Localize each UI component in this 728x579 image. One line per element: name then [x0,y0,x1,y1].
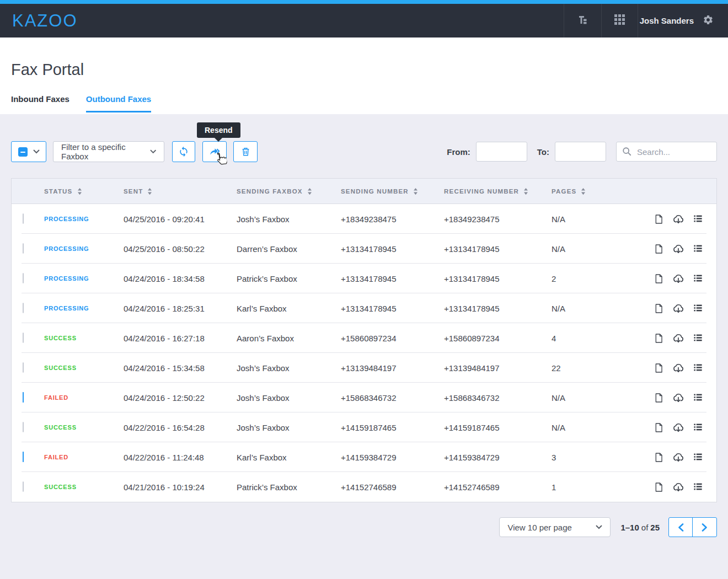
details-icon[interactable] [693,243,703,255]
details-icon[interactable] [693,392,703,404]
pages-value: 2 [550,274,599,283]
file-icon[interactable] [654,452,664,463]
column-header[interactable]: SENDING FAXBOX [235,187,339,195]
tab-bar: Inbound Faxes Outbound Faxes [11,94,717,112]
faxbox-value: Patrick’s Faxbox [235,274,339,283]
from-date-input[interactable] [476,142,527,162]
to-label: To: [537,147,549,157]
select-all-checkbox[interactable] [18,147,28,157]
sending-number-value: +13134178945 [339,274,442,283]
details-icon[interactable] [693,273,703,285]
faxes-table: STATUS SENT SENDING FAXBOX SENDING NUMBE… [11,178,717,502]
details-icon[interactable] [693,422,703,433]
pages-value: 4 [550,334,599,343]
apps-grid-icon [614,14,625,28]
to-date-input[interactable] [555,142,606,162]
row-checkbox[interactable] [23,392,24,403]
file-icon[interactable] [654,392,664,404]
sent-value: 04/24/2016 - 16:27:18 [122,334,235,343]
row-checkbox[interactable] [23,243,24,254]
sent-value: 04/24/2016 - 18:34:58 [122,274,235,283]
details-icon[interactable] [693,362,703,374]
row-checkbox[interactable] [23,333,24,343]
column-header[interactable]: SENT [122,187,235,195]
download-icon[interactable] [672,422,684,433]
column-header[interactable]: RECEIVING NUMBER [442,187,550,195]
receiving-number-value: +14159187465 [442,423,550,432]
kazoo-logo[interactable]: KAZOO [12,11,78,31]
file-icon[interactable] [654,273,664,285]
file-icon[interactable] [654,333,664,344]
account-hierarchy-button[interactable] [564,4,601,37]
details-icon[interactable] [693,303,703,314]
row-actions [599,422,716,433]
select-all-button[interactable] [11,141,46,162]
previous-page-button[interactable] [669,518,693,537]
download-icon[interactable] [672,362,684,374]
row-checkbox[interactable] [23,481,24,492]
download-icon[interactable] [672,481,684,493]
faxbox-value: Darren’s Faxbox [235,244,339,254]
details-icon[interactable] [693,333,703,344]
row-checkbox[interactable] [23,213,24,224]
faxbox-value: Karl’s Faxbox [235,304,339,313]
mouse-cursor-pointer [211,151,228,169]
row-checkbox[interactable] [23,273,24,283]
sent-value: 04/24/2016 - 18:25:31 [122,304,235,313]
row-checkbox[interactable] [23,303,24,313]
tab-inbound-faxes[interactable]: Inbound Faxes [11,94,69,112]
receiving-number-value: +15860897234 [442,334,550,343]
user-menu[interactable]: Josh Sanders [638,4,728,37]
faxbox-value: Josh’s Faxbox [235,393,339,403]
next-page-button[interactable] [693,518,716,537]
download-icon[interactable] [672,392,684,404]
per-page-label: View 10 per page [507,523,571,532]
table-row: PROCESSING 04/25/2016 - 09:20:41 Josh’s … [12,204,716,234]
file-icon[interactable] [654,303,664,314]
per-page-select[interactable]: View 10 per page [499,517,611,537]
resend-tooltip: Resend [197,122,240,138]
gear-icon[interactable] [703,14,714,28]
column-header[interactable]: PAGES [550,187,599,195]
file-icon[interactable] [654,243,664,255]
from-label: From: [447,147,470,157]
row-checkbox[interactable] [23,362,24,373]
brand[interactable]: KAZOO [0,4,564,37]
file-icon[interactable] [654,481,664,493]
file-icon[interactable] [654,422,664,433]
table-row: SUCCESS 04/22/2016 - 16:54:28 Josh’s Fax… [12,412,716,442]
faxbox-filter-select[interactable]: Filter to a specific Faxbox [53,141,164,162]
file-icon[interactable] [654,213,664,225]
download-icon[interactable] [672,243,684,255]
sort-icon [523,187,528,195]
apps-launcher-button[interactable] [601,4,638,37]
search-input[interactable] [637,147,709,157]
table-row: PROCESSING 04/25/2016 - 08:50:22 Darren’… [12,234,716,264]
column-header[interactable]: SENDING NUMBER [339,187,442,195]
download-icon[interactable] [672,213,684,225]
download-icon[interactable] [672,333,684,344]
table-body: PROCESSING 04/25/2016 - 09:20:41 Josh’s … [12,204,716,502]
file-icon[interactable] [654,362,664,374]
tab-outbound-faxes[interactable]: Outbound Faxes [86,94,151,112]
pages-value: N/A [550,423,599,432]
pages-value: N/A [550,393,599,403]
details-icon[interactable] [693,213,703,225]
details-icon[interactable] [693,452,703,463]
refresh-button[interactable] [172,141,195,162]
pages-value: 1 [550,482,599,492]
row-checkbox[interactable] [23,422,24,432]
sending-number-value: +18349238475 [339,215,442,224]
sort-icon [581,187,586,195]
download-icon[interactable] [672,303,684,314]
faxbox-value: Josh’s Faxbox [235,423,339,432]
download-icon[interactable] [672,452,684,463]
download-icon[interactable] [672,273,684,285]
details-icon[interactable] [693,481,703,493]
status-value: PROCESSING [42,245,122,252]
delete-button[interactable] [233,141,258,162]
search-box[interactable] [616,142,717,162]
column-header[interactable]: STATUS [42,187,122,195]
row-checkbox[interactable] [23,452,24,462]
status-value: SUCCESS [42,484,122,490]
